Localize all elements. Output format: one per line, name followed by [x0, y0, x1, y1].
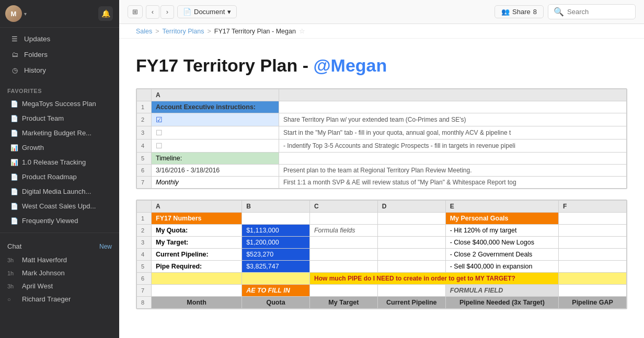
user-menu[interactable]: M ▾	[5, 5, 27, 22]
cell-checkbox-empty[interactable]: ☐	[152, 126, 279, 139]
sidebar-item-west-coast[interactable]: 📄 West Coast Sales Upd...	[3, 199, 116, 213]
chat-item-matt[interactable]: 3h Matt Haverford	[0, 253, 119, 266]
cell-empty	[377, 237, 445, 249]
share-button[interactable]: 👥 Share 8	[494, 5, 544, 18]
col-quota: Quota	[242, 297, 310, 309]
sidebar-item-megatoys[interactable]: 📄 MegaToys Success Plan	[3, 97, 116, 111]
col-current: Current Pipeline	[377, 297, 445, 309]
table-row: 7 AE TO FILL IN FORMULA FIELD	[137, 285, 627, 297]
cell-empty	[279, 101, 626, 113]
table-row: 1 FY17 Numbers My Personal Goals	[137, 213, 627, 225]
row-num: 2	[137, 113, 152, 126]
row-num: 2	[137, 225, 152, 237]
sidebar-top: M ▾ 🔔	[0, 0, 119, 28]
main-nav: ☰ Updates 🗂 Folders ◷ History	[0, 28, 119, 81]
folders-label: Folders	[24, 51, 48, 59]
cell-goal-3: - Close 2 Government Deals	[445, 249, 558, 261]
back-button[interactable]: ‹	[146, 5, 159, 19]
row-num: 5	[137, 261, 152, 273]
row-num: 4	[137, 139, 152, 153]
folders-icon: 🗂	[10, 51, 19, 59]
table-row: 6 How much PIPE do I NEED to create in o…	[137, 273, 627, 285]
cell-instructions-header: Account Executive instructions:	[152, 101, 279, 113]
sidebar-item-growth[interactable]: 📊 Growth	[3, 141, 116, 155]
sidebar-item-digital[interactable]: 📄 Digital Media Launch...	[3, 184, 116, 199]
cell-date: 3/16/2016 - 3/18/2016	[152, 165, 279, 177]
chat-name: Matt Haverford	[22, 256, 67, 264]
item-label: MegaToys Success Plan	[22, 100, 96, 108]
row-num: 4	[137, 249, 152, 261]
sidebar-divider	[0, 232, 119, 233]
notifications-button[interactable]: 🔔	[98, 6, 113, 21]
cell-instruction: First 1:1 a month SVP & AE will review s…	[279, 177, 626, 189]
chat-item-april[interactable]: 3h April West	[0, 279, 119, 293]
sidebar: M ▾ 🔔 ☰ Updates 🗂 Folders ◷ History Favo…	[0, 0, 119, 338]
sidebar-item-folders[interactable]: 🗂 Folders	[3, 47, 116, 62]
item-label: Growth	[22, 144, 44, 151]
instructions-table: A 1 Account Executive instructions: 2 ☑	[136, 88, 627, 189]
sidebar-item-history[interactable]: ◷ History	[3, 63, 116, 78]
item-label: Product Roadmap	[22, 173, 77, 181]
sidebar-item-product-team[interactable]: 📄 Product Team	[3, 111, 116, 125]
cell-empty	[279, 153, 626, 165]
search-input[interactable]	[567, 8, 630, 16]
forward-button[interactable]: ›	[160, 5, 174, 19]
breadcrumb-sep2: >	[207, 28, 211, 35]
cell-empty	[377, 213, 445, 225]
main-content: ⊞ ‹ › 📄 Document ▾ 👥 Share 8 🔍	[119, 0, 644, 338]
cell-empty	[309, 249, 377, 261]
chat-item-richard[interactable]: ○ Richard Traeger	[0, 293, 119, 306]
cell-fy17-header: FY17 Numbers	[152, 213, 242, 225]
chat-item-mark[interactable]: 1h Mark Johnson	[0, 266, 119, 279]
chat-name: April West	[22, 282, 53, 290]
cell-goal-1: - Hit 120% of my target	[445, 225, 558, 237]
search-box[interactable]: 🔍	[548, 4, 636, 19]
cell-checkbox-empty[interactable]: ☐	[152, 139, 279, 153]
breadcrumb-sep1: >	[155, 28, 159, 35]
breadcrumb: Sales > Territory Plans > FY17 Territory…	[119, 24, 644, 39]
document-menu-button[interactable]: 📄 Document ▾	[177, 5, 237, 18]
document-icon: 📄	[183, 8, 191, 16]
col-a-header: A	[152, 89, 279, 101]
table-row: 2 My Quota: $1,113,000 Formula fields - …	[137, 225, 627, 237]
cell-target-val: $1,200,000	[242, 237, 310, 249]
sidebar-toggle-button[interactable]: ⊞	[128, 5, 143, 18]
sidebar-item-frequently-viewed[interactable]: 📄 Frequently Viewed	[3, 214, 116, 228]
cell-formula: Formula fields	[309, 225, 377, 237]
cell-empty	[309, 261, 377, 273]
chat-header: Chat New	[0, 239, 119, 253]
doc-icon: 📄	[10, 130, 18, 137]
doc-icon: 📄	[10, 100, 18, 108]
cell-ae-fill: AE TO FILL IN	[242, 285, 310, 297]
sidebar-item-updates[interactable]: ☰ Updates	[3, 31, 116, 46]
col-gap: Pipeline GAP	[559, 297, 627, 309]
cell-empty	[559, 261, 627, 273]
cell-checkbox-checked[interactable]: ☑	[152, 113, 279, 126]
row-num: 1	[137, 213, 152, 225]
star-icon[interactable]: ☆	[299, 27, 305, 35]
item-label: Marketing Budget Re...	[22, 129, 91, 137]
breadcrumb-territory-plans[interactable]: Territory Plans	[163, 28, 204, 35]
sidebar-item-release[interactable]: 📊 1.0 Release Tracking	[3, 155, 116, 169]
avatar: M	[5, 5, 22, 22]
doc-title: FY17 Territory Plan - @Megan	[136, 55, 627, 76]
sidebar-item-roadmap[interactable]: 📄 Product Roadmap	[3, 170, 116, 184]
toolbar-left: ⊞ ‹ › 📄 Document ▾	[128, 5, 237, 19]
sidebar-item-marketing[interactable]: 📄 Marketing Budget Re...	[3, 126, 116, 140]
cell-instruction: Start in the "My Plan" tab - fill in you…	[279, 126, 626, 139]
cell-goal-4: - Sell $400,000 in expansion	[445, 261, 558, 273]
cell-empty	[152, 285, 242, 297]
col-needed: Pipeline Needed (3x Target)	[445, 297, 558, 309]
cell-empty	[309, 285, 377, 297]
search-icon: 🔍	[554, 7, 564, 17]
cell-pipe-req-val: $3,825,747	[242, 261, 310, 273]
spreadsheet-icon: 📊	[10, 159, 18, 166]
cell-target-label: My Target:	[152, 237, 242, 249]
new-chat-button[interactable]: New	[99, 243, 112, 250]
doc-icon: 📄	[10, 188, 18, 195]
table-row: 7 Monthly First 1:1 a month SVP & AE wil…	[137, 177, 627, 189]
col-month: Month	[152, 297, 242, 309]
row-num: 5	[137, 153, 152, 165]
breadcrumb-sales[interactable]: Sales	[136, 28, 152, 35]
cell-empty	[559, 273, 627, 285]
